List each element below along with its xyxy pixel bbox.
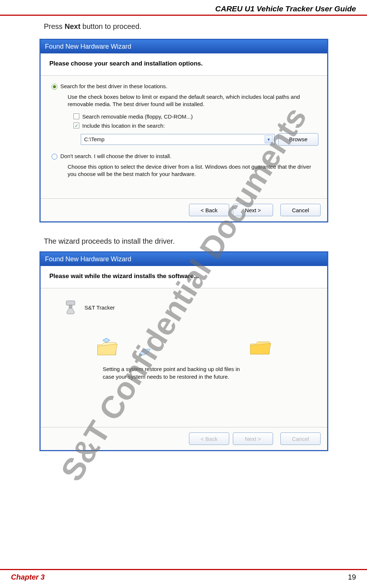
header-divider xyxy=(0,15,367,16)
checkbox-label: Include this location in the search: xyxy=(82,123,165,129)
path-value: C:\Temp xyxy=(84,136,105,142)
radio-unselected-icon xyxy=(52,154,57,160)
instruction-suffix: button to proceed. xyxy=(80,22,141,30)
chevron-down-icon[interactable]: ▾ xyxy=(265,135,273,143)
wizard-titlebar: Found New Hardware Wizard xyxy=(41,40,327,53)
device-name: S&T Tracker xyxy=(84,304,115,311)
svg-rect-1 xyxy=(69,305,72,308)
progress-status-text: Setting a system restore point and backi… xyxy=(59,365,249,381)
next-button-disabled: Next > xyxy=(233,432,273,445)
instruction-2: The wizard proceeds to install the drive… xyxy=(0,237,367,246)
back-button-disabled: < Back xyxy=(189,432,229,445)
option2-explain: Choose this option to select the device … xyxy=(52,162,318,193)
instruction-1: Press Next button to proceed. xyxy=(0,22,367,31)
folder-source-icon xyxy=(95,337,120,358)
cancel-button[interactable]: Cancel xyxy=(280,204,321,216)
checkbox-removable-media[interactable]: Search removable media (floppy, CD-ROM..… xyxy=(52,112,318,121)
page-number: 19 xyxy=(348,573,356,581)
wizard-1: Found New Hardware Wizard Please choose … xyxy=(39,39,328,222)
checkbox-checked-icon: ✓ xyxy=(73,123,79,128)
wizard-subtitle: Please wait while the wizard installs th… xyxy=(41,266,327,288)
wizard-titlebar: Found New Hardware Wizard xyxy=(41,252,327,266)
instruction-text: Press xyxy=(44,22,65,30)
checkbox-include-location[interactable]: ✓ Include this location in the search: xyxy=(52,121,318,130)
doc-header-title: CAREU U1 Vehicle Tracker User Guide xyxy=(215,4,356,13)
back-button[interactable]: < Back xyxy=(189,204,229,216)
option-dont-search[interactable]: Don't search. I will choose the driver t… xyxy=(52,153,318,160)
option-search-best[interactable]: Search for the best driver in these loca… xyxy=(52,83,318,90)
checkbox-label: Search removable media (floppy, CD-ROM..… xyxy=(82,113,193,120)
path-combobox[interactable]: C:\Temp ▾ xyxy=(81,134,275,145)
wizard-2: Found New Hardware Wizard Please wait wh… xyxy=(39,251,328,451)
option1-explain: Use the check boxes below to limit or ex… xyxy=(52,92,318,112)
next-button[interactable]: Next > xyxy=(233,204,273,216)
device-icon xyxy=(63,299,79,315)
paper-flying-icon xyxy=(138,347,152,358)
chapter-label: Chapter 3 xyxy=(11,573,45,581)
cancel-button-disabled: Cancel xyxy=(280,432,321,445)
instruction-bold: Next xyxy=(65,22,80,30)
option-label: Don't search. I will choose the driver t… xyxy=(60,153,171,159)
svg-rect-0 xyxy=(66,301,75,305)
browse-button[interactable]: Browse xyxy=(278,133,318,146)
folder-dest-icon xyxy=(247,337,273,358)
checkbox-unchecked-icon xyxy=(73,113,79,119)
option-label: Search for the best driver in these loca… xyxy=(60,83,167,89)
wizard-subtitle: Please choose your search and installati… xyxy=(41,53,327,76)
radio-selected-icon xyxy=(52,84,57,90)
